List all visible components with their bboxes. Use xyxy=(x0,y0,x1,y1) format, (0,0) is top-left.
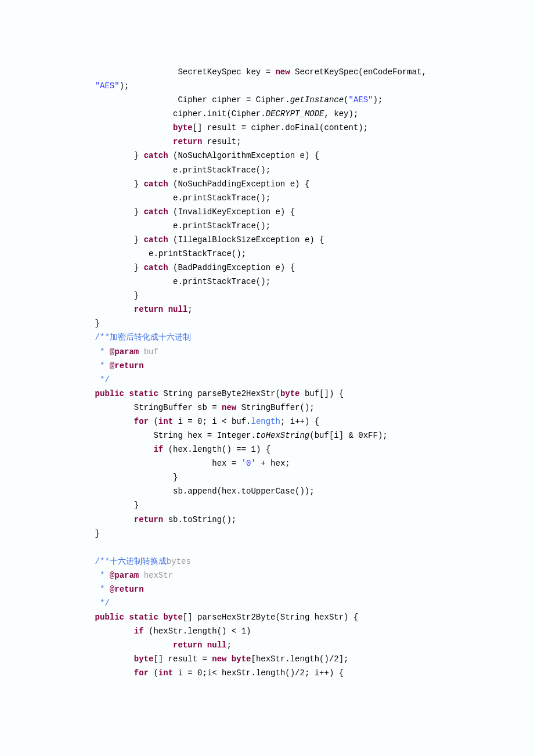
code-token: [] result = xyxy=(153,654,212,664)
code-token: new xyxy=(222,403,236,412)
code-token: */ xyxy=(95,599,110,608)
code-line: e.printStackTrace(); xyxy=(75,219,482,233)
code-token: (buf[i] & 0xFF); xyxy=(309,431,387,440)
code-token: "AES" xyxy=(349,95,373,105)
code-token: catch xyxy=(144,235,168,244)
code-line: return sb.toString(); xyxy=(75,513,482,527)
code-line: */ xyxy=(75,596,482,610)
code-token: for xyxy=(134,417,149,426)
code-token xyxy=(95,668,134,678)
code-token: [hexStr.length()/2]; xyxy=(251,654,348,664)
code-line xyxy=(75,541,482,555)
code-token: i = 0;i< hexStr.length()/2; i++) { xyxy=(173,668,344,678)
code-line: return result; xyxy=(75,135,482,149)
code-document: SecretKeySpec key = new SecretKeySpec(en… xyxy=(0,0,534,715)
code-token: for xyxy=(134,668,149,678)
code-token: (NoSuchPaddingException e) { xyxy=(168,179,310,189)
code-line: if (hexStr.length() < 1) xyxy=(75,624,482,638)
code-token: 加密后转化成十六进制 xyxy=(110,333,191,342)
code-line: * @return xyxy=(75,582,482,596)
code-token: sb.toString(); xyxy=(163,515,236,524)
code-token: ( xyxy=(149,668,158,678)
code-token xyxy=(95,515,134,524)
code-token: Cipher cipher = Cipher. xyxy=(95,95,290,105)
code-line: StringBuffer sb = new StringBuffer(); xyxy=(75,401,482,415)
code-token: ); xyxy=(373,95,383,105)
code-token: return xyxy=(134,515,163,524)
code-token: ( xyxy=(149,417,158,426)
code-token: } xyxy=(95,179,144,189)
code-line: byte[] result = cipher.doFinal(content); xyxy=(75,121,482,135)
code-token: ; i++) { xyxy=(280,417,319,426)
code-line: * @return xyxy=(75,359,482,373)
code-token: ( xyxy=(344,95,348,105)
code-line: public static String parseByte2HexStr(by… xyxy=(75,387,482,401)
code-token: sb.append(hex.toUpperCase()); xyxy=(95,487,315,496)
code-line: String hex = Integer.toHexString(buf[i] … xyxy=(75,429,482,442)
code-token: @param xyxy=(110,347,139,357)
code-line: } xyxy=(75,527,482,541)
code-token: return null xyxy=(134,305,187,314)
code-token: } xyxy=(95,263,144,272)
code-token: */ xyxy=(95,375,110,384)
code-token: } xyxy=(95,501,139,510)
code-token: } xyxy=(95,473,178,482)
code-token: new xyxy=(275,67,290,77)
code-line: } catch (NoSuchAlgorithmException e) { xyxy=(75,149,482,163)
code-token: e.printStackTrace(); xyxy=(95,249,246,258)
code-line: } xyxy=(75,498,482,512)
code-token: @return xyxy=(110,361,144,370)
code-token: e.printStackTrace(); xyxy=(95,193,270,203)
code-token: buf[]) { xyxy=(300,389,344,398)
code-line: * @param hexStr xyxy=(75,568,482,582)
code-line: } catch (NoSuchPaddingException e) { xyxy=(75,177,482,191)
code-line: return null; xyxy=(75,638,482,652)
code-token: } xyxy=(95,207,144,217)
code-token: (NoSuchAlgorithmException e) { xyxy=(168,151,319,160)
code-line: cipher.init(Cipher.DECRYPT_MODE, key); xyxy=(75,107,482,121)
code-token: /** xyxy=(95,333,110,342)
code-token: hex = xyxy=(95,459,241,468)
code-token: byte xyxy=(280,389,300,398)
code-token: e.printStackTrace(); xyxy=(95,277,270,286)
code-token: ; xyxy=(187,305,192,314)
code-token: e.printStackTrace(); xyxy=(95,221,270,231)
code-line: SecretKeySpec key = new SecretKeySpec(en… xyxy=(75,65,482,79)
code-token xyxy=(95,137,173,146)
code-line: return null; xyxy=(75,303,482,316)
code-token: SecretKeySpec key = xyxy=(95,67,276,77)
code-token: catch xyxy=(144,151,168,160)
code-token: catch xyxy=(144,263,168,272)
code-line: e.printStackTrace(); xyxy=(75,163,482,177)
code-line: } xyxy=(75,289,482,303)
code-token: toHexString xyxy=(256,431,309,440)
code-line: e.printStackTrace(); xyxy=(75,275,482,289)
code-token: public static byte xyxy=(95,613,183,622)
code-token: catch xyxy=(144,179,168,189)
code-token: i = 0; i < buf. xyxy=(173,417,251,426)
code-line: if (hex.length() == 1) { xyxy=(75,442,482,456)
code-line: /**十六进制转换成bytes xyxy=(75,555,482,568)
code-token: * xyxy=(95,361,110,370)
code-line: hex = '0' + hex; xyxy=(75,456,482,470)
code-token: * xyxy=(95,585,110,594)
code-token: if xyxy=(134,627,144,636)
code-token xyxy=(95,445,154,454)
code-line: * @param buf xyxy=(75,345,482,359)
code-token: } xyxy=(95,235,144,244)
code-line: "AES"); xyxy=(75,79,482,93)
code-token: "AES" xyxy=(95,81,120,91)
code-token xyxy=(139,571,143,580)
code-token: byte xyxy=(173,123,193,132)
code-token: buf xyxy=(144,347,158,357)
code-token: } xyxy=(95,319,100,328)
code-line: byte[] result = new byte[hexStr.length()… xyxy=(75,652,482,666)
code-token: @return xyxy=(110,585,144,594)
code-token xyxy=(95,123,173,132)
code-token: [] result = cipher.doFinal(content); xyxy=(193,123,368,132)
code-token: byte xyxy=(134,654,154,664)
code-token: , key); xyxy=(324,109,359,118)
code-line: Cipher cipher = Cipher.getInstance("AES"… xyxy=(75,93,482,107)
code-token: SecretKeySpec(enCodeFormat, xyxy=(290,67,432,77)
code-token: ; xyxy=(226,640,231,650)
